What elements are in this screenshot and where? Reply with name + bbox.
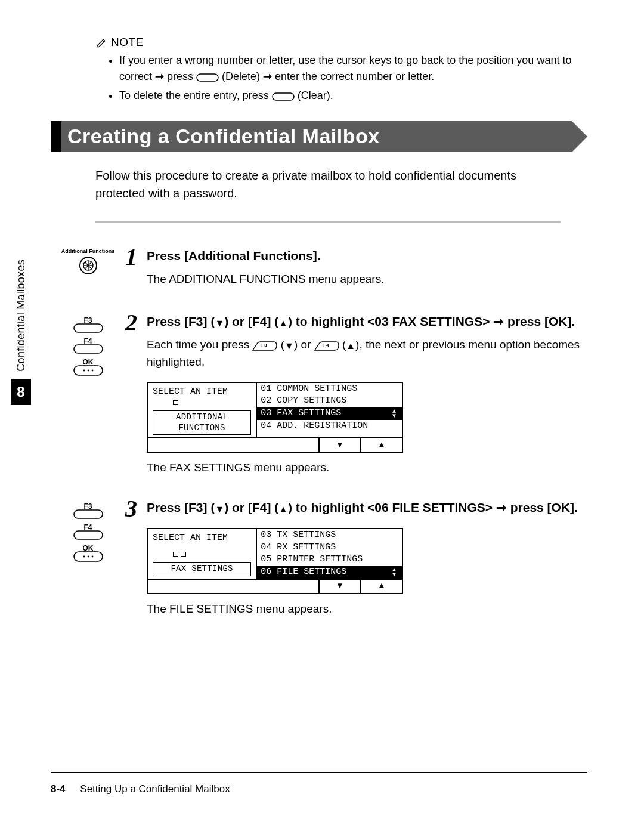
f3-key-icon <box>73 323 103 333</box>
f3-inline-key-icon: F3 <box>252 337 277 354</box>
svg-rect-0 <box>197 74 218 81</box>
f4-key-icon <box>73 530 103 540</box>
key-stack: F3 F4 OK <box>73 500 103 567</box>
step-3-after-text: The FILE SETTINGS menu appears. <box>147 603 587 616</box>
svg-text:F3: F3 <box>262 342 268 348</box>
lcd-screen-fax-settings: SELECT AN ITEM FAX SETTINGS 03 TX SETTIN… <box>147 528 403 594</box>
clear-key-icon <box>272 88 295 104</box>
svg-rect-16 <box>74 510 103 518</box>
up-triangle-icon: ▲ <box>379 440 384 451</box>
svg-point-13 <box>91 369 93 371</box>
footer-title: Setting Up a Confidential Mailbox <box>80 783 230 795</box>
step-2-after-text: The FAX SETTINGS menu appears. <box>147 461 587 474</box>
svg-point-21 <box>91 556 93 558</box>
f4-key-icon <box>73 344 103 354</box>
note-bullet-1: If you enter a wrong number or letter, u… <box>119 52 587 85</box>
lcd-breadcrumb-icons <box>153 397 251 408</box>
f4-inline-key-icon: F4 <box>314 337 339 354</box>
svg-text:F4: F4 <box>323 342 329 348</box>
step-number: 3 <box>125 497 147 521</box>
lcd-down-button: ▼ <box>318 580 360 593</box>
banner-arrow-icon <box>572 121 587 152</box>
step-1-heading: Press [Additional Functions]. <box>147 246 587 265</box>
lcd-item: 03 TX SETTINGS <box>257 529 402 542</box>
lcd-prompt: SELECT AN ITEM <box>153 533 251 549</box>
f3-key-icon <box>73 509 103 519</box>
arrow-right-icon: ➞ <box>155 70 164 82</box>
section-title: Creating a Confidential Mailbox <box>61 121 572 152</box>
lcd-menu-name: ADDITIONAL FUNCTIONS <box>153 410 251 435</box>
svg-rect-1 <box>273 93 294 100</box>
step-3-heading: Press [F3] (▼) or [F4] (▲) to highlight … <box>147 498 587 517</box>
svg-point-11 <box>83 369 85 371</box>
note-block: NOTE If you enter a wrong number or lett… <box>95 36 587 104</box>
lcd-menu-name: FAX SETTINGS <box>153 562 251 576</box>
lcd-item: 02 COPY SETTINGS <box>257 395 402 407</box>
footer-rule <box>51 772 587 773</box>
page-footer: 8-4 Setting Up a Confidential Mailbox <box>51 783 230 795</box>
note-heading: NOTE <box>111 36 144 49</box>
down-triangle-icon: ▼ <box>338 581 342 592</box>
svg-rect-8 <box>74 324 103 332</box>
page: Confidential Mailboxes 8 NOTE If you ent… <box>0 0 644 828</box>
lcd-item: 01 COMMON SETTINGS <box>257 383 402 396</box>
up-triangle-icon: ▲ <box>346 341 355 351</box>
svg-point-20 <box>87 556 89 558</box>
lcd-item: 05 PRINTER SETTINGS <box>257 554 402 566</box>
step-2: F3 F4 OK 2 Press [F3] (▼) or [F4] (▲) to… <box>51 312 587 475</box>
down-triangle-icon: ▼ <box>338 440 342 451</box>
lcd-item: 04 RX SETTINGS <box>257 542 402 554</box>
svg-point-19 <box>83 556 85 558</box>
side-tab-chapter-number: 8 <box>11 379 31 405</box>
section-banner: Creating a Confidential Mailbox <box>51 121 587 152</box>
lcd-up-button: ▲ <box>360 580 402 593</box>
svg-point-12 <box>87 369 89 371</box>
step-1: Additional Functions 1 Press [Additio <box>51 246 587 288</box>
side-tab: Confidential Mailboxes 8 <box>11 259 31 405</box>
divider <box>95 221 561 223</box>
step-1-text: The ADDITIONAL FUNCTIONS menu appears. <box>147 271 587 288</box>
step-2-text: Each time you press F3 (▼) or F4 (▲), th… <box>147 336 587 371</box>
lcd-screen-additional-functions: SELECT AN ITEM ADDITIONAL FUNCTIONS 01 C… <box>147 382 403 453</box>
step-2-heading: Press [F3] (▼) or [F4] (▲) to highlight … <box>147 312 587 331</box>
arrow-right-icon: ➞ <box>263 70 272 82</box>
lcd-breadcrumb-icons <box>153 549 251 560</box>
down-triangle-icon: ▼ <box>284 341 294 351</box>
scroll-indicator-icon: ▲▼ <box>390 568 398 577</box>
lcd-item-highlighted: 06 FILE SETTINGS▲▼ <box>257 566 402 579</box>
step-number: 1 <box>125 245 147 269</box>
delete-key-icon <box>196 69 219 85</box>
arrow-right-icon: ➞ <box>493 314 504 328</box>
scroll-indicator-icon: ▲▼ <box>390 409 398 419</box>
lcd-up-button: ▲ <box>360 438 402 452</box>
lcd-prompt: SELECT AN ITEM <box>153 387 251 398</box>
svg-rect-17 <box>74 531 103 539</box>
lcd-item-highlighted: 03 FAX SETTINGS▲▼ <box>257 407 402 420</box>
ok-key-icon <box>73 551 103 562</box>
lcd-down-button: ▼ <box>318 438 360 452</box>
down-triangle-icon: ▼ <box>215 504 224 514</box>
lcd-item: 04 ADD. REGISTRATION <box>257 420 402 432</box>
side-tab-label: Confidential Mailboxes <box>15 259 27 372</box>
down-triangle-icon: ▼ <box>215 318 224 328</box>
note-bullet-2: To delete the entire entry, press (Clear… <box>119 88 587 104</box>
additional-functions-label: Additional Functions <box>51 249 125 254</box>
up-triangle-icon: ▲ <box>278 504 288 514</box>
svg-rect-9 <box>74 345 103 353</box>
arrow-right-icon: ➞ <box>496 500 507 514</box>
ok-key-icon <box>73 365 103 376</box>
page-number: 8-4 <box>51 783 66 795</box>
note-pencil-icon <box>95 36 107 48</box>
additional-functions-button-icon <box>51 255 125 278</box>
up-triangle-icon: ▲ <box>278 318 288 328</box>
step-3: F3 F4 OK 3 Press [F3] (▼) or [F4] (▲) to… <box>51 498 587 616</box>
step-number: 2 <box>125 311 147 335</box>
key-stack: F3 F4 OK <box>73 314 103 381</box>
up-triangle-icon: ▲ <box>379 581 384 592</box>
section-intro: Follow this procedure to create a privat… <box>95 166 549 202</box>
